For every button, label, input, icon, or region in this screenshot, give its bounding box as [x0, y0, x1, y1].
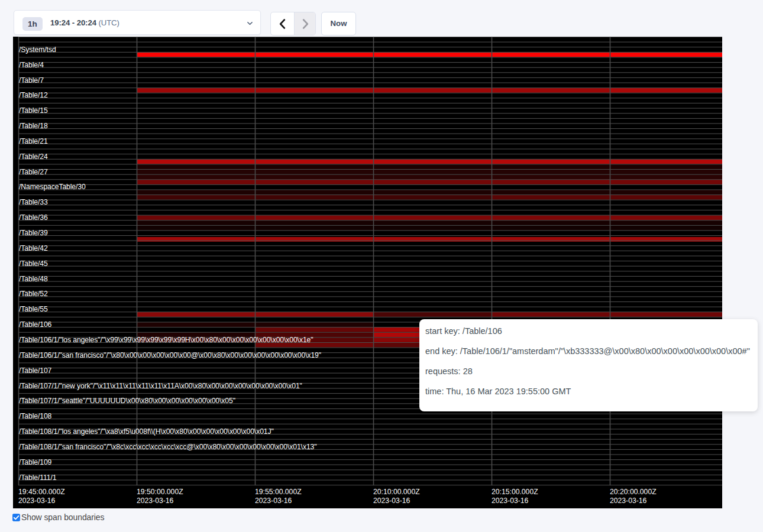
svg-text:/Table/33: /Table/33 — [19, 198, 48, 206]
svg-text:/Table/15: /Table/15 — [19, 106, 48, 115]
svg-text:/Table/21: /Table/21 — [19, 137, 48, 145]
svg-text:/Table/36: /Table/36 — [19, 213, 48, 222]
svg-text:/Table/107/1/"new york"/"\x11\: /Table/107/1/"new york"/"\x11\x11\x11\x1… — [19, 382, 302, 390]
svg-text:/System/tsd: /System/tsd — [19, 46, 56, 54]
svg-text:/Table/27: /Table/27 — [19, 168, 48, 176]
svg-text:/NamespaceTable/30: /NamespaceTable/30 — [19, 183, 86, 191]
svg-text:/Table/55: /Table/55 — [19, 305, 48, 313]
svg-text:/Table/39: /Table/39 — [19, 229, 48, 237]
svg-text:/Table/106/1/"los angeles"/"\x: /Table/106/1/"los angeles"/"\x99\x99\x99… — [19, 336, 313, 344]
svg-text:/Table/106: /Table/106 — [19, 320, 52, 329]
svg-text:2023-03-16: 2023-03-16 — [492, 497, 529, 505]
svg-text:/Table/7: /Table/7 — [19, 76, 44, 85]
svg-text:/Table/24: /Table/24 — [19, 153, 48, 161]
svg-text:/Table/107: /Table/107 — [19, 366, 52, 375]
svg-text:/Table/107/1/"seattle"/"UUUUUU: /Table/107/1/"seattle"/"UUUUUUD\x00\x80\… — [19, 397, 235, 405]
svg-text:/Table/111/1: /Table/111/1 — [19, 473, 57, 482]
svg-text:19:45:00.000Z: 19:45:00.000Z — [18, 488, 65, 496]
svg-text:19:50:00.000Z: 19:50:00.000Z — [137, 488, 183, 496]
svg-text:20:10:00.000Z: 20:10:00.000Z — [373, 488, 420, 496]
svg-text:/Table/52: /Table/52 — [19, 290, 48, 298]
svg-text:/Table/108: /Table/108 — [19, 412, 52, 420]
svg-text:/Table/109: /Table/109 — [19, 458, 52, 466]
svg-text:/Table/18: /Table/18 — [19, 122, 48, 130]
svg-text:19:55:00.000Z: 19:55:00.000Z — [255, 488, 302, 496]
svg-text:2023-03-16: 2023-03-16 — [610, 497, 647, 505]
svg-text:/Table/12: /Table/12 — [19, 91, 48, 99]
svg-text:2023-03-16: 2023-03-16 — [255, 497, 292, 505]
svg-text:/Table/42: /Table/42 — [19, 244, 48, 252]
svg-text:/Table/108/1/"san francisco"/": /Table/108/1/"san francisco"/"\x8c\xcc\x… — [19, 443, 316, 451]
svg-text:/Table/106/1/"san francisco"/": /Table/106/1/"san francisco"/"\x80\x00\x… — [19, 351, 321, 359]
svg-text:2023-03-16: 2023-03-16 — [373, 497, 410, 505]
svg-text:/Table/45: /Table/45 — [19, 259, 48, 268]
svg-text:20:20:00.000Z: 20:20:00.000Z — [610, 488, 657, 496]
svg-text:/Table/108/1/"los angeles"/"\x: /Table/108/1/"los angeles"/"\xa8\xf5\u00… — [19, 427, 274, 436]
svg-text:20:15:00.000Z: 20:15:00.000Z — [492, 488, 538, 496]
svg-text:2023-03-16: 2023-03-16 — [137, 497, 174, 505]
svg-text:/Table/4: /Table/4 — [19, 61, 44, 69]
svg-text:/Table/48: /Table/48 — [19, 275, 48, 283]
svg-text:2023-03-16: 2023-03-16 — [18, 497, 56, 505]
